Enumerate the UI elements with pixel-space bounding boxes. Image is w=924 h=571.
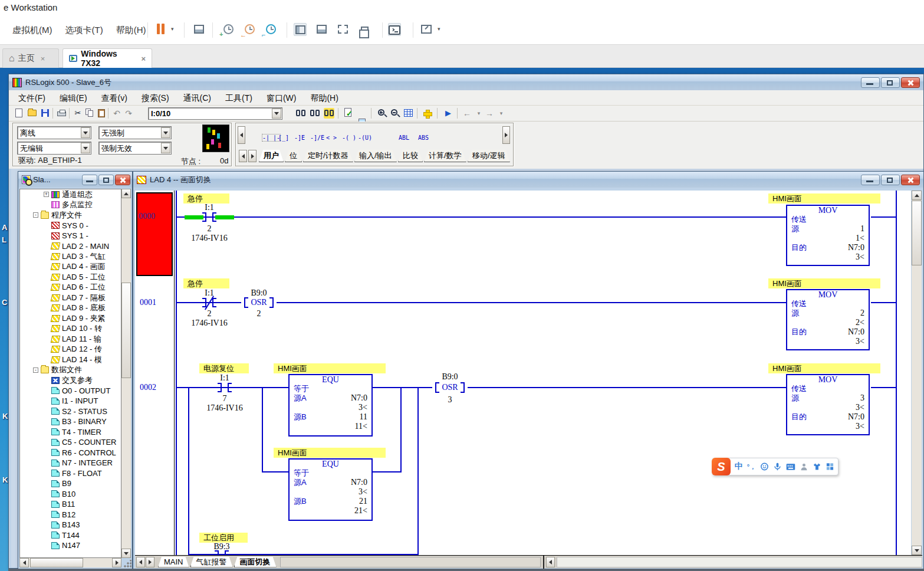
revert-snapshot-icon[interactable]: ← [243,23,256,36]
rung-number[interactable]: 0002 [140,383,156,392]
unity-mode-icon[interactable] [357,23,370,36]
rung-number[interactable]: 0000 [139,212,155,221]
tree-close-button[interactable] [115,175,130,185]
cut-icon[interactable]: ✂ [73,108,83,119]
sheet-scroll-right[interactable] [146,557,154,567]
tree-scroll-up[interactable] [121,189,131,198]
navigate-forward-icon[interactable]: → [484,108,495,119]
vmware-menu-item[interactable]: 虚拟机(M) [6,15,59,45]
xio-contact[interactable] [212,298,216,307]
instruction-symbol[interactable]: -]/E [310,134,324,141]
program-sheet-tab[interactable]: MAIN [158,557,189,567]
skin-icon[interactable] [813,462,821,471]
osr-instruction[interactable]: OSR [241,297,277,308]
tree-item[interactable]: - 数据文件 [20,365,121,376]
data-table-icon[interactable] [403,108,413,119]
zoom-in-icon[interactable] [376,108,386,119]
tree-item[interactable]: LAD 8 - 底板 [20,303,121,314]
show-library-icon[interactable] [294,23,307,36]
palette-scroll-left[interactable] [238,126,245,144]
tree-item[interactable]: B9 [20,478,121,489]
rslogix-menu-item[interactable]: 查看(v) [94,90,134,106]
tree-scroll-down[interactable] [121,549,131,558]
lad4-titlebar[interactable]: LAD 4 -- 画面切换 [133,172,923,188]
instruction-symbol[interactable]: -]E [294,134,305,141]
instruction-category-tab[interactable]: 比较 [398,150,423,162]
palette-scroll-right[interactable] [502,126,510,144]
tree-expand-toggle[interactable]: - [33,367,38,373]
undo-icon[interactable]: ↶ [111,108,122,119]
back-caret-icon[interactable]: ▾ [473,108,484,119]
copy-icon[interactable] [84,108,95,119]
tree-item[interactable]: B143 [20,520,121,530]
ladder-canvas[interactable]: 0000 急停 I:1 2 1746-IV16 HMI画面 MOV 传送 源1 … [135,191,911,556]
xic-contact[interactable] [218,383,222,392]
tab-home[interactable]: ⌂ 主页 × [2,48,59,68]
tree-item[interactable]: LAD 2 - MAIN [20,241,121,252]
tree-scroll-right[interactable] [112,558,121,567]
lad4-minimize-button[interactable] [861,175,880,185]
tree-item[interactable]: + 通道组态 [20,189,121,200]
rslogix-menu-item[interactable]: 文件(F) [11,90,52,106]
forces-dropdown[interactable]: 无强制 [98,126,172,139]
tree-item[interactable]: I1 - INPUT [20,396,121,406]
fit-caret-icon[interactable]: ▾ [438,26,440,32]
rung-number[interactable]: 0001 [140,298,156,307]
tab-close-icon[interactable]: × [141,54,146,63]
equ-block[interactable]: EQU 等于 源AN7:0 3< 源B21 21< [288,458,373,521]
instruction-symbol[interactable]: < > [326,134,337,141]
lad-hscroll-left[interactable] [546,557,555,567]
pause-icon[interactable] [162,24,165,34]
tree-item[interactable]: LAD 11 - 输 [20,334,121,344]
ladder-scroll-up[interactable] [912,191,922,200]
rslogix-menu-item[interactable]: 搜索(S) [134,90,176,106]
osr-instruction[interactable]: OSR [432,382,468,393]
tree-item[interactable]: F8 - FLOAT [20,468,121,479]
redo-icon[interactable]: ↷ [123,108,134,119]
instruction-category-tab[interactable]: 输入/输出 [354,150,397,162]
new-rung-icon[interactable] [422,108,432,119]
pause-icon[interactable] [157,24,160,34]
ctrl-alt-del-icon[interactable] [192,23,205,36]
tree-item[interactable]: LAD 4 - 画面 [20,262,121,273]
find-next-icon[interactable] [310,108,320,119]
fit-guest-icon[interactable] [420,23,433,36]
tree-item[interactable]: SYS 0 - [20,221,121,231]
rslogix-menu-item[interactable]: 窗口(W) [259,90,304,106]
tree-item[interactable]: LAD 14 - 模 [20,355,121,365]
account-icon[interactable] [800,462,808,471]
navigate-back-icon[interactable]: ← [462,108,472,119]
edit-state-dropdown[interactable]: 无编辑 [17,142,91,155]
rslogix-titlebar[interactable]: RSLogix 500 - Slave_6号 [9,74,923,90]
tree-item[interactable]: B10 [20,489,121,500]
punctuation-icon[interactable]: °， [747,462,756,471]
xic-contact[interactable] [212,212,216,222]
mode-dropdown[interactable]: 离线 [17,126,91,139]
zoom-out-icon[interactable] [389,108,399,119]
mov-block[interactable]: MOV 传送 源3 3< 目的N7:0 3< [786,374,870,435]
tree-item[interactable]: SYS 1 - [20,231,121,241]
mov-block[interactable]: MOV 传送 源2 2< 目的N7:0 3< [786,289,870,350]
program-sheet-tab[interactable]: 气缸报警 [190,557,233,567]
voice-input-icon[interactable] [773,462,782,471]
find-icon[interactable] [295,108,306,119]
lad4-close-button[interactable] [901,175,920,185]
palette-tab-scroll-right[interactable] [248,150,257,162]
force-state-dropdown[interactable]: 强制无效 [98,142,172,155]
program-sheet-tab[interactable]: 画面切换 [234,557,277,567]
forward-caret-icon[interactable]: ▾ [496,108,507,119]
paste-icon[interactable] [96,108,107,119]
tree-item[interactable]: T144 [20,530,121,541]
find-replace-icon[interactable] [324,108,334,119]
tree-item[interactable]: LAD 3 - 气缸 [20,251,121,262]
lad4-maximize-button[interactable] [881,175,900,185]
instruction-category-tab[interactable]: 用户 [259,150,284,162]
instruction-category-tab[interactable]: 位 [285,150,302,162]
console-view-icon[interactable] [388,23,401,36]
fullscreen-icon[interactable] [336,23,349,36]
open-file-icon[interactable] [27,108,37,119]
tree-item[interactable]: LAD 10 - 转 [20,324,121,334]
tab-vm-windows7x32[interactable]: Windows 7X32 × [63,48,152,68]
tree-item[interactable]: 交叉参考 [20,375,121,386]
palette-tab-scroll-left[interactable] [239,150,247,162]
